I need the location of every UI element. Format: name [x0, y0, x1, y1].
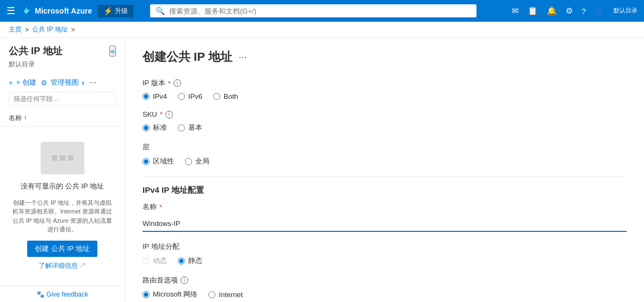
standard-sku-radio[interactable]: [143, 124, 150, 131]
internet-routing-option[interactable]: Internet: [208, 291, 243, 299]
main-layout: 公共 IP 地址 « 默认目录 + + 创建 ⚙ 管理视图 ∨ ··· 名称 ↑: [0, 38, 644, 302]
ip-distribution-label: IP 地址分配: [143, 242, 627, 251]
dynamic-distribution-option[interactable]: 动态: [143, 256, 167, 266]
ipv4-radio[interactable]: [143, 93, 150, 100]
breadcrumb-home[interactable]: 主页: [9, 25, 22, 34]
ipv6-radio[interactable]: [178, 93, 185, 100]
hamburger-icon[interactable]: ☰: [7, 5, 15, 17]
routing-section: 路由首选项 i Microsoft 网络 Internet: [143, 275, 627, 299]
internet-routing-radio[interactable]: [208, 291, 215, 298]
basic-sku-label: 基本: [188, 123, 202, 133]
name-section: 名称 *: [143, 202, 627, 232]
brand-name: Microsoft Azure: [35, 7, 92, 15]
both-label: Both: [224, 92, 238, 100]
content-header: 创建公共 IP 地址 ···: [143, 49, 627, 65]
static-distribution-option[interactable]: 静态: [178, 256, 202, 266]
basic-sku-option[interactable]: 基本: [178, 123, 202, 133]
sidebar-header: 公共 IP 地址 «: [0, 38, 125, 60]
static-distribution-label: 静态: [188, 256, 202, 266]
collapse-button[interactable]: «: [109, 46, 116, 56]
bell-icon[interactable]: 🔔: [547, 6, 557, 16]
routing-info-icon[interactable]: i: [181, 276, 188, 284]
ipv4-config-title: IPv4 IP 地址配置: [143, 185, 627, 196]
page-title: 创建公共 IP 地址: [143, 49, 232, 65]
azure-logo-icon: [21, 5, 32, 16]
global-tier-label: 全局: [195, 156, 209, 166]
tier-radio-group: 区域性 全局: [143, 156, 627, 166]
sku-radio-group: 标准 基本: [143, 123, 627, 133]
static-distribution-radio[interactable]: [178, 257, 185, 265]
help-icon[interactable]: ?: [581, 7, 586, 16]
ip-version-radio-group: IPv4 IPv6 Both: [143, 92, 627, 100]
upgrade-icon: ⚡: [103, 7, 113, 15]
sku-required-mark: *: [160, 110, 163, 118]
breadcrumb: 主页 > 公共 IP 地址 >: [0, 22, 644, 38]
sidebar: 公共 IP 地址 « 默认目录 + + 创建 ⚙ 管理视图 ∨ ··· 名称 ↑: [0, 38, 125, 302]
feedback-icon: 🐾: [36, 291, 45, 298]
search-input[interactable]: [169, 7, 471, 15]
create-resource-button[interactable]: + + 创建: [9, 78, 36, 87]
create-icon: +: [9, 79, 13, 87]
search-bar[interactable]: 🔍: [150, 4, 476, 17]
sort-header[interactable]: 名称 ↑: [0, 110, 125, 127]
dynamic-distribution-label: 动态: [153, 256, 167, 266]
name-required-mark: *: [159, 203, 162, 211]
filter-input[interactable]: [9, 92, 116, 106]
feedback-link[interactable]: 🐾 Give feedback: [0, 286, 125, 302]
standard-sku-option[interactable]: 标准: [143, 123, 167, 133]
tier-label: 层: [143, 142, 627, 152]
gear-small-icon: ⚙: [41, 79, 47, 87]
empty-text: 没有可显示的 公共 IP 地址: [21, 181, 104, 192]
ipv4-label: IPv4: [153, 92, 167, 100]
ipv6-label: IPv6: [188, 92, 202, 100]
ip-version-info-icon[interactable]: i: [174, 79, 181, 87]
empty-state: 没有可显示的 公共 IP 地址 创建一个公共 IP 地址，并将其与虚拟机等资源相…: [0, 127, 125, 286]
tier-section: 层 区域性 全局: [143, 142, 627, 166]
both-option[interactable]: Both: [213, 92, 238, 100]
azure-logo: Microsoft Azure: [21, 5, 92, 16]
ip-distribution-section: IP 地址分配 动态 静态: [143, 242, 627, 266]
sidebar-more-button[interactable]: ···: [89, 78, 96, 87]
sku-info-icon[interactable]: i: [165, 111, 173, 118]
breadcrumb-section[interactable]: 公共 IP 地址: [32, 25, 68, 34]
ipv6-option[interactable]: IPv6: [178, 92, 202, 100]
manage-view-button[interactable]: ⚙ 管理视图 ∨: [41, 78, 85, 87]
ip-version-label: IP 版本 * i: [143, 78, 627, 88]
sidebar-title: 公共 IP 地址: [9, 45, 63, 58]
email-icon[interactable]: ✉: [512, 6, 519, 16]
top-navigation: ☰ Microsoft Azure ⚡ 升级 🔍 ✉ 📋 🔔 ⚙ ? 👤 默认目…: [0, 0, 644, 22]
learn-more-link[interactable]: 了解详细信息 ↗: [39, 261, 86, 270]
dynamic-distribution-radio[interactable]: [143, 257, 150, 265]
breadcrumb-sep2: >: [71, 26, 75, 34]
sku-section: SKU * i 标准 基本: [143, 110, 627, 133]
regional-tier-radio[interactable]: [143, 158, 150, 165]
basic-sku-radio[interactable]: [178, 124, 185, 131]
section-divider: [143, 176, 627, 177]
ip-distribution-radio-group: 动态 静态: [143, 256, 627, 266]
user-info: 默认目录: [614, 7, 637, 15]
global-tier-radio[interactable]: [185, 158, 192, 165]
person-icon[interactable]: 👤: [595, 6, 605, 16]
microsoft-network-label: Microsoft 网络: [153, 290, 197, 299]
name-input[interactable]: [143, 216, 627, 232]
microsoft-network-radio[interactable]: [143, 291, 150, 298]
routing-label: 路由首选项 i: [143, 275, 627, 285]
upgrade-button[interactable]: ⚡ 升级: [97, 4, 134, 18]
internet-routing-label: Internet: [219, 291, 243, 299]
chevron-down-icon: ∨: [81, 80, 85, 86]
ipv4-option[interactable]: IPv4: [143, 92, 167, 100]
global-tier-option[interactable]: 全局: [185, 156, 209, 166]
create-ip-button[interactable]: 创建 公共 IP 地址: [27, 241, 97, 257]
standard-sku-label: 标准: [153, 123, 167, 133]
sidebar-subtitle: 默认目录: [0, 60, 125, 73]
regional-tier-option[interactable]: 区域性: [143, 156, 174, 166]
both-radio[interactable]: [213, 93, 220, 100]
nav-icons: ✉ 📋 🔔 ⚙ ? 👤 默认目录: [512, 6, 637, 16]
search-icon: 🔍: [156, 7, 165, 15]
empty-icon: [41, 142, 84, 174]
settings-icon[interactable]: ⚙: [566, 6, 573, 16]
cloud-icon[interactable]: 📋: [528, 6, 538, 16]
breadcrumb-sep1: >: [25, 26, 29, 34]
microsoft-network-option[interactable]: Microsoft 网络: [143, 290, 197, 299]
header-more-icon[interactable]: ···: [239, 52, 247, 63]
